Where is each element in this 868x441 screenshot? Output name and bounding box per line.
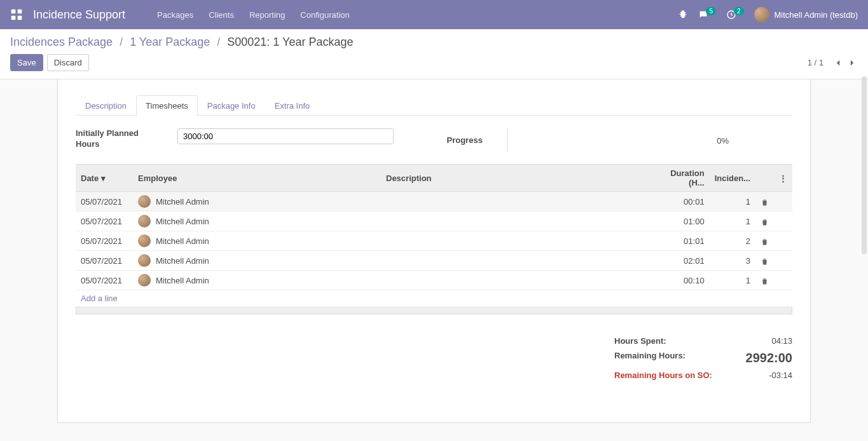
cell-date[interactable]: 05/07/2021 bbox=[76, 251, 133, 271]
table-row[interactable]: 05/07/2021Mitchell Admin01:001 bbox=[76, 212, 792, 231]
cell-duration[interactable]: 01:01 bbox=[652, 231, 710, 251]
form-sheet: Description Timesheets Package Info Extr… bbox=[57, 79, 811, 423]
cell-duration[interactable]: 01:00 bbox=[652, 212, 710, 231]
top-menu: Packages Clients Reporting Configuration bbox=[157, 10, 350, 20]
pager-text[interactable]: 1 / 1 bbox=[808, 58, 823, 67]
progress-value: 0% bbox=[717, 136, 792, 146]
cell-incidences[interactable]: 1 bbox=[710, 192, 755, 212]
scrollbar[interactable] bbox=[862, 76, 867, 254]
tab-extra-info[interactable]: Extra Info bbox=[265, 95, 320, 116]
cell-date[interactable]: 05/07/2021 bbox=[76, 231, 133, 251]
table-row[interactable]: 05/07/2021Mitchell Admin00:101 bbox=[76, 271, 792, 290]
cell-description[interactable] bbox=[381, 212, 652, 231]
cell-employee[interactable]: Mitchell Admin bbox=[133, 271, 381, 290]
cell-duration[interactable]: 00:01 bbox=[652, 192, 710, 212]
cell-employee[interactable]: Mitchell Admin bbox=[133, 231, 381, 251]
employee-avatar-icon bbox=[138, 234, 151, 247]
apps-icon[interactable] bbox=[10, 8, 33, 21]
employee-avatar-icon bbox=[138, 254, 151, 267]
user-avatar-icon bbox=[754, 7, 769, 22]
trash-icon bbox=[761, 277, 769, 285]
trash-icon bbox=[761, 238, 769, 246]
cell-employee[interactable]: Mitchell Admin bbox=[133, 212, 381, 231]
pager-next-icon[interactable] bbox=[846, 57, 858, 69]
cell-incidences[interactable]: 2 bbox=[710, 231, 755, 251]
cell-description[interactable] bbox=[381, 251, 652, 271]
breadcrumb-current: S00021: 1 Year Package bbox=[227, 36, 353, 48]
user-name: Mitchell Admin (testdb) bbox=[775, 10, 858, 20]
table-footer-bar bbox=[76, 307, 792, 315]
cell-employee[interactable]: Mitchell Admin bbox=[133, 192, 381, 212]
table-row[interactable]: 05/07/2021Mitchell Admin00:011 bbox=[76, 192, 792, 212]
col-duration[interactable]: Duration (H... bbox=[652, 165, 710, 192]
menu-packages[interactable]: Packages bbox=[157, 10, 193, 20]
planned-hours-input[interactable] bbox=[177, 128, 394, 144]
remaining-hours-label: Remaining Hours: bbox=[614, 351, 685, 365]
trash-icon bbox=[761, 198, 769, 207]
debug-icon[interactable] bbox=[678, 10, 688, 20]
remaining-hours-value: 2992:00 bbox=[746, 351, 792, 365]
svg-rect-2 bbox=[11, 16, 16, 20]
menu-reporting[interactable]: Reporting bbox=[249, 10, 285, 20]
col-incidences[interactable]: Inciden... bbox=[710, 165, 755, 192]
messages-icon[interactable]: 5 bbox=[698, 10, 716, 20]
breadcrumb-link-0[interactable]: Incidences Package bbox=[10, 36, 113, 48]
user-menu[interactable]: Mitchell Admin (testdb) bbox=[754, 7, 858, 22]
table-row[interactable]: 05/07/2021Mitchell Admin02:013 bbox=[76, 251, 792, 271]
messages-badge: 5 bbox=[706, 7, 716, 15]
planned-hours-label: Initially Planned Hours bbox=[76, 128, 165, 150]
cell-date[interactable]: 05/07/2021 bbox=[76, 192, 133, 212]
hours-spent-value: 04:13 bbox=[771, 336, 792, 346]
progress-label: Progress bbox=[447, 135, 483, 146]
discard-button[interactable]: Discard bbox=[47, 54, 89, 71]
activities-icon[interactable]: 2 bbox=[726, 10, 744, 20]
row-delete[interactable] bbox=[755, 192, 774, 212]
timesheet-table: Date▾ Employee Description Duration (H..… bbox=[76, 164, 792, 290]
row-delete[interactable] bbox=[755, 271, 774, 290]
control-panel: Incidences Package / 1 Year Package / S0… bbox=[0, 29, 868, 79]
cell-description[interactable] bbox=[381, 192, 652, 212]
employee-avatar-icon bbox=[138, 195, 151, 208]
cell-description[interactable] bbox=[381, 271, 652, 290]
table-row[interactable]: 05/07/2021Mitchell Admin01:012 bbox=[76, 231, 792, 251]
app-brand[interactable]: Incidence Support bbox=[33, 8, 125, 22]
tab-package-info[interactable]: Package Info bbox=[198, 95, 265, 116]
cell-description[interactable] bbox=[381, 231, 652, 251]
pager-prev-icon[interactable] bbox=[832, 57, 844, 69]
trash-icon bbox=[761, 218, 769, 226]
row-delete[interactable] bbox=[755, 231, 774, 251]
cell-date[interactable]: 05/07/2021 bbox=[76, 271, 133, 290]
cell-employee[interactable]: Mitchell Admin bbox=[133, 251, 381, 271]
summary-block: Hours Spent: 04:13 Remaining Hours: 2992… bbox=[76, 334, 792, 383]
tab-description[interactable]: Description bbox=[76, 95, 136, 116]
cell-incidences[interactable]: 1 bbox=[710, 212, 755, 231]
svg-rect-0 bbox=[11, 10, 16, 14]
employee-avatar-icon bbox=[138, 274, 151, 287]
col-date[interactable]: Date▾ bbox=[76, 165, 133, 192]
breadcrumb-link-1[interactable]: 1 Year Package bbox=[130, 36, 210, 48]
menu-configuration[interactable]: Configuration bbox=[300, 10, 349, 20]
col-description[interactable]: Description bbox=[381, 165, 652, 192]
svg-rect-1 bbox=[18, 10, 22, 14]
tabs: Description Timesheets Package Info Extr… bbox=[76, 95, 792, 116]
cell-incidences[interactable]: 1 bbox=[710, 271, 755, 290]
sort-desc-icon: ▾ bbox=[101, 173, 106, 183]
hours-spent-label: Hours Spent: bbox=[614, 336, 666, 346]
row-delete[interactable] bbox=[755, 212, 774, 231]
add-line-link[interactable]: Add a line bbox=[76, 290, 792, 307]
svg-rect-3 bbox=[18, 16, 22, 20]
cell-duration[interactable]: 02:01 bbox=[652, 251, 710, 271]
save-button[interactable]: Save bbox=[10, 54, 43, 71]
activities-badge: 2 bbox=[734, 7, 744, 15]
menu-clients[interactable]: Clients bbox=[209, 10, 234, 20]
cell-date[interactable]: 05/07/2021 bbox=[76, 212, 133, 231]
tab-timesheets[interactable]: Timesheets bbox=[136, 95, 198, 116]
col-options-icon[interactable]: ⋮ bbox=[774, 165, 792, 192]
cell-incidences[interactable]: 3 bbox=[710, 251, 755, 271]
col-employee[interactable]: Employee bbox=[133, 165, 381, 192]
row-delete[interactable] bbox=[755, 251, 774, 271]
breadcrumb: Incidences Package / 1 Year Package / S0… bbox=[10, 36, 858, 49]
employee-avatar-icon bbox=[138, 215, 151, 227]
cell-duration[interactable]: 00:10 bbox=[652, 271, 710, 290]
remaining-so-label: Remaining Hours on SO: bbox=[614, 370, 712, 380]
